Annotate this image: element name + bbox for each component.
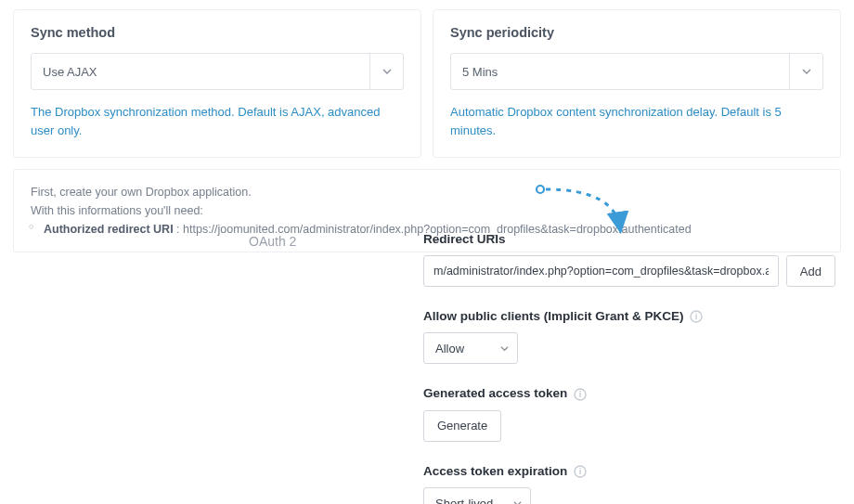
generated-token-label: Generated access token i xyxy=(423,386,835,400)
sync-periodicity-select[interactable]: 5 Mins xyxy=(450,53,823,90)
svg-text:i: i xyxy=(579,467,582,476)
chevron-down-icon xyxy=(504,488,530,504)
public-clients-field: Allow public clients (Implicit Grant & P… xyxy=(423,309,835,364)
token-expiration-value: Short-lived xyxy=(424,488,504,504)
info-icon: i xyxy=(690,310,703,323)
generate-button[interactable]: Generate xyxy=(423,410,501,442)
sync-method-card: Sync method Use AJAX The Dropbox synchro… xyxy=(13,9,421,158)
svg-text:i: i xyxy=(695,312,698,321)
chevron-down-icon xyxy=(789,54,822,89)
redirect-uris-field: Redirect URIs Add xyxy=(423,232,835,287)
sync-method-title: Sync method xyxy=(31,25,404,40)
public-clients-select[interactable]: Allow xyxy=(423,332,518,364)
token-expiration-field: Access token expiration i Short-lived xyxy=(423,464,835,504)
token-expiration-label: Access token expiration i xyxy=(423,464,835,478)
sync-periodicity-value: 5 Mins xyxy=(451,54,789,89)
info-icon: i xyxy=(574,465,587,478)
generated-token-field: Generated access token i Generate xyxy=(423,386,835,441)
sync-periodicity-title: Sync periodicity xyxy=(450,25,823,40)
svg-text:i: i xyxy=(579,390,582,399)
info-line-1: First, create your own Dropbox applicati… xyxy=(31,183,823,201)
public-clients-value: Allow xyxy=(424,333,491,363)
info-line-2: With this informations you'll need: xyxy=(31,201,823,220)
sync-method-select[interactable]: Use AJAX xyxy=(31,53,404,90)
oauth-section: OAuth 2 Redirect URIs Add Allow public c… xyxy=(249,232,835,504)
info-uri-label: Authorized redirect URI xyxy=(44,223,174,236)
sync-periodicity-desc: Automatic Dropbox content synchronizatio… xyxy=(450,103,823,140)
top-settings-region: Sync method Use AJAX The Dropbox synchro… xyxy=(0,0,854,252)
chevron-down-icon xyxy=(369,54,403,89)
sync-periodicity-card: Sync periodicity 5 Mins Automatic Dropbo… xyxy=(433,9,841,158)
add-button[interactable]: Add xyxy=(786,255,835,287)
sync-method-value: Use AJAX xyxy=(32,54,369,89)
info-icon: i xyxy=(574,388,587,401)
public-clients-label: Allow public clients (Implicit Grant & P… xyxy=(423,309,835,323)
redirect-uri-input[interactable] xyxy=(423,255,779,287)
token-expiration-select[interactable]: Short-lived xyxy=(423,487,531,504)
sync-method-desc: The Dropbox synchronization method. Defa… xyxy=(31,103,404,140)
redirect-uris-label: Redirect URIs xyxy=(423,232,835,246)
oauth-section-title: OAuth 2 xyxy=(249,232,423,504)
chevron-down-icon xyxy=(491,333,517,363)
